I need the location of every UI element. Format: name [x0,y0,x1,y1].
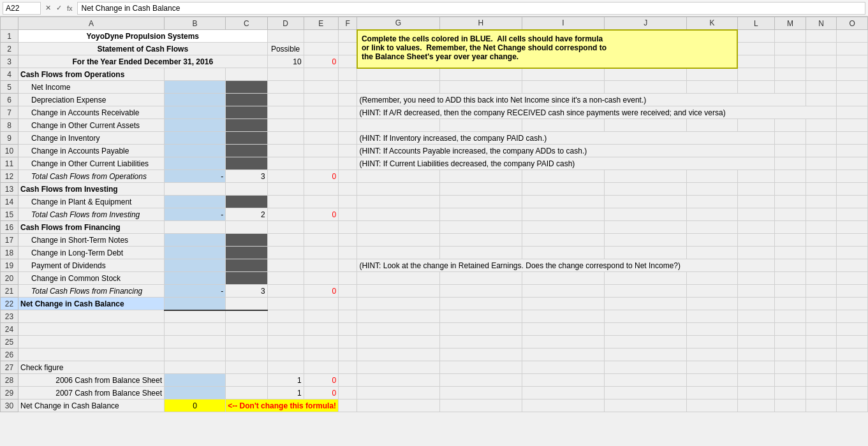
cell-g13[interactable] [357,183,439,196]
cell-i18[interactable] [522,247,604,259]
cell-n1[interactable] [805,30,837,43]
cell-a15[interactable]: Total Cash Flows from Investing [18,208,165,221]
cell-f28[interactable] [339,374,357,387]
cell-m28[interactable] [775,374,806,387]
cell-o2[interactable] [837,43,868,55]
cell-e15[interactable]: 0 [304,208,338,221]
cell-f23[interactable] [339,310,357,323]
cell-n4[interactable] [805,68,837,81]
cell-j30[interactable] [605,399,687,412]
cell-c4[interactable] [226,68,267,81]
cell-o18[interactable] [837,247,868,259]
cell-e2[interactable] [304,43,338,55]
cell-c7[interactable] [226,106,267,119]
cell-g4[interactable] [357,68,439,81]
function-icon[interactable]: fx [65,4,75,12]
cell-a22[interactable]: Net Change in Cash Balance [18,298,165,310]
cell-f21[interactable] [339,285,357,298]
cell-n27[interactable] [805,361,837,374]
cell-i5[interactable] [522,81,604,94]
cell-m9[interactable] [775,132,806,145]
cell-h15[interactable] [439,208,522,221]
cell-f25[interactable] [339,336,357,349]
cell-i14[interactable] [522,196,604,208]
col-header-k[interactable]: K [687,17,738,30]
cell-a25[interactable] [18,336,165,349]
cell-m21[interactable] [775,285,806,298]
cell-o25[interactable] [837,336,868,349]
cell-d20[interactable] [267,272,304,285]
cell-o30[interactable] [837,399,868,412]
cell-o27[interactable] [837,361,868,374]
cell-h25[interactable] [439,336,522,349]
cell-b17[interactable] [165,234,226,247]
cell-a30[interactable]: Net Change in Cash Balance [18,399,165,412]
cell-j20[interactable] [605,272,687,285]
cell-j25[interactable] [605,336,687,349]
cell-c9[interactable] [226,132,267,145]
cell-e7[interactable] [304,106,338,119]
cell-d13[interactable] [267,183,304,196]
cell-b14[interactable] [165,196,226,208]
cell-j28[interactable] [605,374,687,387]
cell-i28[interactable] [522,374,604,387]
cell-f11[interactable] [339,157,357,170]
cell-e1[interactable] [304,30,338,43]
cell-e3[interactable]: 0 [304,55,338,68]
cell-h8[interactable] [439,119,522,132]
cell-i15[interactable] [522,208,604,221]
cell-d3[interactable]: 10 [267,55,304,68]
cell-j16[interactable] [605,221,687,234]
cell-l29[interactable] [737,387,774,399]
cell-o19[interactable] [837,259,868,272]
cell-l5[interactable] [737,81,774,94]
cell-h5[interactable] [439,81,522,94]
cell-n15[interactable] [805,208,837,221]
cell-k24[interactable] [687,323,738,336]
cell-o23[interactable] [837,310,868,323]
cell-g8[interactable] [357,119,439,132]
cell-o20[interactable] [837,272,868,285]
cell-c16[interactable] [226,221,267,234]
cell-o26[interactable] [837,349,868,361]
cell-e29[interactable]: 0 [304,387,338,399]
cell-n6[interactable] [805,94,837,106]
cell-c14[interactable] [226,196,267,208]
cell-d9[interactable] [267,132,304,145]
cell-f9[interactable] [339,132,357,145]
cell-h23[interactable] [439,310,522,323]
cell-m12[interactable] [775,170,806,183]
cell-i4[interactable] [522,68,604,81]
cell-m27[interactable] [775,361,806,374]
cell-i12[interactable] [522,170,604,183]
cell-f22[interactable] [339,298,357,310]
cell-a11[interactable]: Change in Other Current Liabilities [18,157,165,170]
cell-o7[interactable] [837,106,868,119]
cell-c21[interactable]: 3 [226,285,267,298]
cell-f4[interactable] [339,68,357,81]
cell-a26[interactable] [18,349,165,361]
cell-l24[interactable] [737,323,774,336]
cell-m3[interactable] [775,55,806,68]
cell-b30[interactable]: 0 [165,399,226,412]
cell-k12[interactable] [687,170,738,183]
cell-k16[interactable] [687,221,738,234]
cell-e18[interactable] [304,247,338,259]
cell-e8[interactable] [304,119,338,132]
cell-a3[interactable]: For the Year Ended December 31, 2016 [18,55,268,68]
cell-e22[interactable] [304,298,338,310]
cell-o12[interactable] [837,170,868,183]
cell-i17[interactable] [522,234,604,247]
cell-a1[interactable]: YoyoDyne Propulsion Systems [18,30,268,43]
cell-g15[interactable] [357,208,439,221]
cell-a16[interactable]: Cash Flows from Financing [18,221,165,234]
cell-a17[interactable]: Change in Short-Term Notes [18,234,165,247]
cell-m8[interactable] [775,119,806,132]
cell-m22[interactable] [775,298,806,310]
cell-g12[interactable] [357,170,439,183]
cell-l22[interactable] [737,298,774,310]
cell-l3[interactable] [737,55,774,68]
cell-i13[interactable] [522,183,604,196]
cell-f17[interactable] [339,234,357,247]
cell-j15[interactable] [605,208,687,221]
